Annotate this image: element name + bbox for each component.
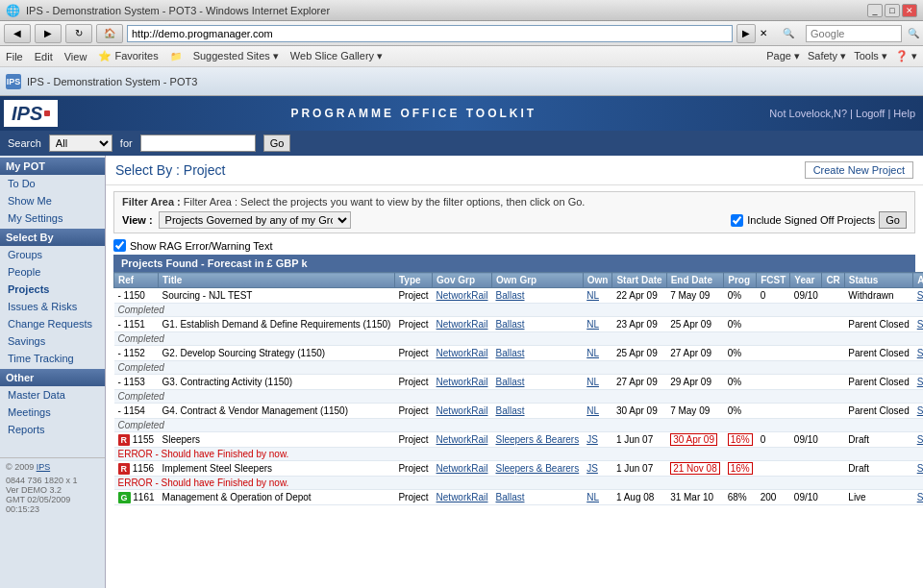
help-menu[interactable]: ❓ ▾ bbox=[895, 50, 917, 62]
own-link[interactable]: NL bbox=[586, 348, 599, 358]
separator-row: Completed bbox=[114, 390, 924, 404]
address-bar[interactable] bbox=[127, 25, 733, 42]
sidebar-item-savings[interactable]: Savings bbox=[0, 332, 105, 350]
sidebar-item-meetings[interactable]: Meetings bbox=[0, 404, 105, 421]
td-action: Select bbox=[913, 288, 923, 304]
filter-go-button[interactable]: Go bbox=[879, 211, 907, 229]
td-cr bbox=[822, 432, 844, 448]
menu-favorites[interactable]: ⭐ Favorites bbox=[98, 50, 158, 62]
gov-grp-link[interactable]: NetworkRail bbox=[437, 377, 488, 387]
select-link[interactable]: Select bbox=[917, 319, 923, 330]
tools-menu[interactable]: Tools ▾ bbox=[854, 50, 887, 62]
menu-file[interactable]: File bbox=[6, 51, 23, 62]
td-ref: - 1153 bbox=[114, 375, 159, 390]
select-link[interactable]: Select bbox=[917, 463, 923, 474]
own-grp-link[interactable]: Sleepers & Bearers bbox=[495, 463, 579, 474]
back-button[interactable]: ◀ bbox=[4, 24, 31, 43]
table-row: - 1150 Sourcing - NJL TEST Project Netwo… bbox=[114, 288, 924, 304]
td-govgrp: NetworkRail bbox=[433, 317, 492, 332]
gov-grp-link[interactable]: NetworkRail bbox=[437, 319, 488, 330]
own-link[interactable]: JS bbox=[586, 434, 598, 445]
select-link[interactable]: Select bbox=[917, 492, 923, 502]
own-grp-link[interactable]: Ballast bbox=[495, 405, 524, 416]
select-link[interactable]: Select bbox=[917, 290, 923, 301]
search-go-button[interactable]: Go bbox=[263, 135, 291, 152]
select-link[interactable]: Select bbox=[917, 348, 923, 358]
gov-grp-link[interactable]: NetworkRail bbox=[437, 290, 488, 301]
app-container: IPS PROGRAMME OFFICE TOOLKIT Not Loveloc… bbox=[0, 96, 923, 588]
show-rag-checkbox[interactable] bbox=[113, 239, 126, 252]
td-type: Project bbox=[394, 346, 432, 361]
minimize-button[interactable]: _ bbox=[867, 4, 883, 17]
stop-button[interactable]: ✕ bbox=[760, 28, 779, 38]
search-input[interactable] bbox=[140, 135, 256, 152]
page-menu[interactable]: Page ▾ bbox=[766, 50, 800, 62]
search-go-icon[interactable]: 🔍 bbox=[908, 28, 919, 38]
own-grp-link[interactable]: Ballast bbox=[495, 377, 524, 387]
td-title: G3. Contracting Activity (1150) bbox=[159, 375, 395, 390]
sidebar-item-showme[interactable]: Show Me bbox=[0, 192, 105, 209]
sidebar-item-masterdata[interactable]: Master Data bbox=[0, 386, 105, 404]
gov-grp-link[interactable]: NetworkRail bbox=[437, 434, 488, 445]
td-own: NL bbox=[583, 490, 612, 505]
go-nav-button[interactable]: ▶ bbox=[736, 24, 756, 43]
td-own: JS bbox=[583, 432, 612, 448]
sidebar-item-people[interactable]: People bbox=[0, 263, 105, 281]
include-signed-off-checkbox[interactable] bbox=[731, 214, 743, 227]
gov-grp-link[interactable]: NetworkRail bbox=[437, 492, 488, 502]
show-rag-label: Show RAG Error/Warning Text bbox=[130, 240, 273, 252]
td-action: Select bbox=[913, 432, 923, 448]
th-action: Action bbox=[913, 273, 923, 288]
td-status: Parent Closed bbox=[844, 317, 912, 332]
end-date: 29 Apr 09 bbox=[670, 377, 711, 387]
own-grp-link[interactable]: Ballast bbox=[495, 319, 524, 330]
ips-page-icon: IPS bbox=[6, 74, 21, 89]
search-scope-select[interactable]: All Projects People bbox=[49, 135, 112, 152]
td-status: Withdrawn bbox=[844, 288, 912, 304]
menu-suggested[interactable]: Suggested Sites ▾ bbox=[193, 50, 279, 62]
own-grp-link[interactable]: Ballast bbox=[495, 348, 524, 358]
select-link[interactable]: Select bbox=[917, 405, 923, 416]
forward-button[interactable]: ▶ bbox=[35, 24, 62, 43]
create-new-button[interactable]: Create New Project bbox=[805, 161, 913, 179]
td-prog: 0% bbox=[724, 404, 757, 419]
select-link[interactable]: Select bbox=[917, 377, 923, 387]
own-link[interactable]: NL bbox=[586, 405, 599, 416]
own-link[interactable]: NL bbox=[586, 377, 599, 387]
gov-grp-link[interactable]: NetworkRail bbox=[437, 348, 488, 358]
gov-grp-link[interactable]: NetworkRail bbox=[437, 463, 488, 474]
window-controls[interactable]: _ □ ✕ bbox=[867, 4, 917, 17]
own-link[interactable]: JS bbox=[586, 463, 598, 474]
sidebar-item-settings[interactable]: My Settings bbox=[0, 209, 105, 227]
own-link[interactable]: NL bbox=[586, 492, 599, 502]
sidebar-item-reports[interactable]: Reports bbox=[0, 421, 105, 438]
sidebar-item-issues[interactable]: Issues & Risks bbox=[0, 298, 105, 315]
home-button[interactable]: 🏠 bbox=[96, 24, 123, 43]
sidebar-item-change[interactable]: Change Requests bbox=[0, 315, 105, 332]
view-select[interactable]: Projects Governed by any of my Groups bbox=[159, 211, 351, 229]
close-button[interactable]: ✕ bbox=[902, 4, 917, 17]
browser-menu-bar: File Edit View ⭐ Favorites 📁 Suggested S… bbox=[0, 46, 923, 67]
sidebar-item-projects[interactable]: Projects bbox=[0, 281, 105, 298]
own-grp-link[interactable]: Ballast bbox=[495, 290, 524, 301]
menu-edit[interactable]: Edit bbox=[35, 51, 53, 62]
sidebar-item-todo[interactable]: To Do bbox=[0, 175, 105, 192]
sidebar-item-tracking[interactable]: Time Tracking bbox=[0, 350, 105, 367]
own-grp-link[interactable]: Ballast bbox=[495, 492, 524, 502]
gov-grp-link[interactable]: NetworkRail bbox=[437, 405, 488, 416]
own-grp-link[interactable]: Sleepers & Bearers bbox=[495, 434, 579, 445]
td-prog: 0% bbox=[724, 375, 757, 390]
sidebar-item-groups[interactable]: Groups bbox=[0, 246, 105, 263]
browser-search-input[interactable] bbox=[806, 25, 902, 42]
select-link[interactable]: Select bbox=[917, 434, 923, 445]
refresh-button[interactable]: ↻ bbox=[65, 24, 92, 43]
maximize-button[interactable]: □ bbox=[885, 4, 900, 17]
td-prog: 68% bbox=[724, 490, 757, 505]
menu-view[interactable]: View bbox=[64, 51, 87, 62]
th-cr: CR bbox=[822, 273, 844, 288]
menu-webslice[interactable]: Web Slice Gallery ▾ bbox=[290, 50, 383, 62]
own-link[interactable]: NL bbox=[586, 290, 599, 301]
own-link[interactable]: NL bbox=[586, 319, 599, 330]
error-row: ERROR - Should have Finished by now. bbox=[114, 477, 924, 490]
safety-menu[interactable]: Safety ▾ bbox=[808, 50, 846, 62]
